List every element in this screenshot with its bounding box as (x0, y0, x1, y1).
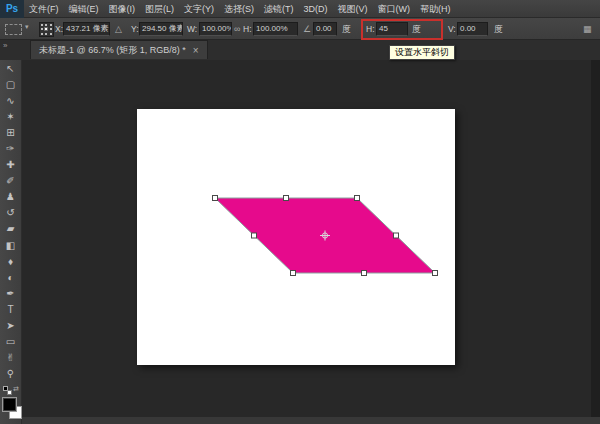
marquee-tool[interactable]: ▢ (0, 76, 21, 92)
skew-v-input[interactable]: 0.00 (457, 22, 488, 36)
blur-tool[interactable]: ♦ (0, 253, 21, 269)
clone-stamp-tool[interactable]: ♟ (0, 189, 21, 205)
y-label: Y: (131, 24, 139, 34)
skew-h-input[interactable]: 45 (376, 22, 408, 36)
menu-bar: Ps 文件(F)编辑(E)图像(I)图层(L)文字(Y)选择(S)滤镜(T)3D… (0, 0, 600, 18)
type-tool[interactable]: T (0, 301, 21, 317)
menu-item-select[interactable]: 选择(S) (219, 0, 259, 18)
transform-options-bar: ▾ X: 437.21 像素 △ Y: 294.50 像素 W: 100.00%… (0, 18, 600, 40)
path-selection-tool[interactable]: ➤ (0, 318, 21, 334)
menu-item-filter[interactable]: 滤镜(T) (259, 0, 299, 18)
menu-item-layer[interactable]: 图层(L) (140, 0, 179, 18)
switch-colors-icon[interactable]: ⇄ (13, 385, 19, 393)
photoshop-logo: Ps (0, 0, 24, 18)
rotate-icon: ∠ (303, 24, 311, 34)
tools-list: ↖▢∿✶⊞✑✚✐♟↺▰◧♦◐✒T➤▭✌⚲ (0, 60, 21, 382)
skew-h-label: H: (366, 24, 375, 34)
menu-item-type[interactable]: 文字(Y) (179, 0, 219, 18)
transform-handle[interactable] (252, 233, 257, 238)
skew-v-label: V: (448, 24, 456, 34)
foreground-color-swatch[interactable] (2, 397, 17, 412)
skew-v-unit-label: 度 (494, 24, 503, 36)
menu-item-file[interactable]: 文件(F) (24, 0, 64, 18)
link-dimensions-icon[interactable]: ∞ (234, 24, 240, 34)
menu-item-view[interactable]: 视图(V) (333, 0, 373, 18)
document-tab[interactable]: 未标题-1 @ 66.7% (矩形 1, RGB/8) * × (30, 40, 208, 59)
preset-dropdown-caret[interactable]: ▾ (25, 23, 29, 31)
x-label: X: (55, 24, 63, 34)
tab-close-icon[interactable]: × (193, 45, 199, 56)
horizontal-scroll-strip[interactable] (22, 417, 600, 424)
menu-item-edit[interactable]: 编辑(E) (64, 0, 104, 18)
skew-h-unit-label: 度 (412, 24, 421, 36)
transform-handle[interactable] (213, 196, 218, 201)
vertical-scroll-strip[interactable] (591, 60, 600, 417)
relative-position-icon[interactable]: △ (115, 24, 122, 34)
default-colors-icon[interactable] (3, 386, 12, 395)
menu-items: 文件(F)编辑(E)图像(I)图层(L)文字(Y)选择(S)滤镜(T)3D(D)… (24, 0, 456, 18)
gradient-tool[interactable]: ◧ (0, 237, 21, 253)
rotate-unit-label: 度 (342, 24, 351, 36)
reference-point-locator[interactable] (39, 22, 54, 37)
transform-handle[interactable] (362, 271, 367, 276)
lasso-tool[interactable]: ∿ (0, 92, 21, 108)
eraser-tool[interactable]: ▰ (0, 221, 21, 237)
menu-item-3d[interactable]: 3D(D) (299, 0, 333, 18)
y-position-input[interactable]: 294.50 像素 (139, 22, 183, 36)
eyedropper-tool[interactable]: ✑ (0, 140, 21, 156)
width-label: W: (187, 24, 197, 34)
dodge-tool[interactable]: ◐ (0, 269, 21, 285)
collapse-toolbar-icon[interactable]: » (3, 41, 7, 50)
x-position-input[interactable]: 437.21 像素 (63, 22, 110, 36)
warp-mode-icon[interactable]: ▦ (583, 24, 592, 34)
skew-tooltip: 设置水平斜切 (389, 45, 455, 60)
brush-tool[interactable]: ✐ (0, 173, 21, 189)
document-canvas[interactable] (137, 109, 455, 365)
transform-handle[interactable] (433, 271, 438, 276)
tools-panel: ↖▢∿✶⊞✑✚✐♟↺▰◧♦◐✒T➤▭✌⚲ ⇄ (0, 60, 22, 424)
width-scale-input[interactable]: 100.00% (199, 22, 232, 36)
document-tab-title: 未标题-1 @ 66.7% (矩形 1, RGB/8) * (39, 44, 186, 57)
transform-handle[interactable] (355, 196, 360, 201)
transform-bounds-icon (5, 24, 22, 35)
transform-handle[interactable] (291, 271, 296, 276)
menu-item-image[interactable]: 图像(I) (104, 0, 141, 18)
transform-handle[interactable] (394, 233, 399, 238)
crop-tool[interactable]: ⊞ (0, 124, 21, 140)
shape-tool[interactable]: ▭ (0, 334, 21, 350)
height-label: H: (243, 24, 252, 34)
menu-item-window[interactable]: 窗口(W) (373, 0, 416, 18)
history-brush-tool[interactable]: ↺ (0, 205, 21, 221)
photoshop-window: Ps 文件(F)编辑(E)图像(I)图层(L)文字(Y)选择(S)滤镜(T)3D… (0, 0, 600, 424)
hand-tool[interactable]: ✌ (0, 350, 21, 366)
zoom-tool[interactable]: ⚲ (0, 366, 21, 382)
rotate-angle-input[interactable]: 0.00 (313, 22, 337, 36)
healing-brush-tool[interactable]: ✚ (0, 157, 21, 173)
move-tool[interactable]: ↖ (0, 60, 21, 76)
height-scale-input[interactable]: 100.00% (253, 22, 298, 36)
menu-item-help[interactable]: 帮助(H) (415, 0, 456, 18)
quick-selection-tool[interactable]: ✶ (0, 108, 21, 124)
pen-tool[interactable]: ✒ (0, 285, 21, 301)
transform-handle[interactable] (284, 196, 289, 201)
canvas-drawing (137, 109, 455, 365)
